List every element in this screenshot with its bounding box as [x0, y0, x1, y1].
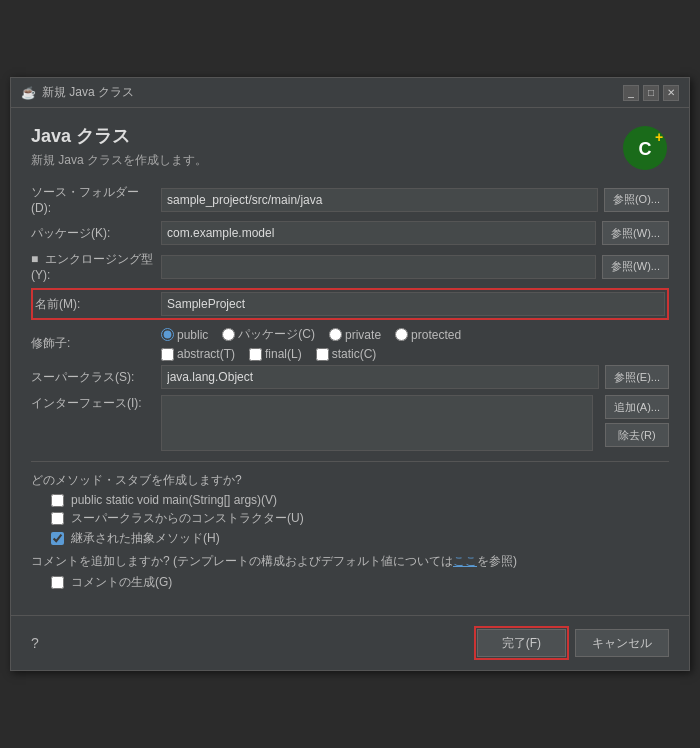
section-divider-1	[31, 461, 669, 462]
modifier-static-label: static(C)	[332, 347, 377, 361]
svg-text:+: +	[655, 129, 663, 145]
svg-text:C: C	[639, 139, 652, 159]
enclosing-browse-button[interactable]: 参照(W)...	[602, 255, 669, 279]
package-input[interactable]	[161, 221, 596, 245]
modifier-abstract[interactable]: abstract(T)	[161, 347, 235, 361]
modifier-protected[interactable]: protected	[395, 328, 461, 342]
enclosing-type-text: エンクロージング型(Y):	[31, 252, 153, 282]
comment-options: コメントの生成(G)	[51, 574, 669, 591]
modifier-public[interactable]: public	[161, 328, 208, 342]
enclosing-type-label: ■ エンクロージング型(Y):	[31, 251, 161, 282]
window-title: 新規 Java クラス	[42, 84, 134, 101]
enclosing-type-row: ■ エンクロージング型(Y): 参照(W)...	[31, 251, 669, 282]
close-button[interactable]: ✕	[663, 85, 679, 101]
modifier-package-label: パッケージ(C)	[238, 326, 315, 343]
superclass-input[interactable]	[161, 365, 599, 389]
name-label: 名前(M):	[35, 296, 161, 313]
finish-button-wrapper: 完了(F)	[474, 626, 569, 660]
method-constructor-option: スーパークラスからのコンストラクター(U)	[51, 510, 669, 527]
source-folder-label: ソース・フォルダー(D):	[31, 184, 161, 215]
modifier-static[interactable]: static(C)	[316, 347, 377, 361]
comment-generate-checkbox[interactable]	[51, 576, 64, 589]
modifier-private-label: private	[345, 328, 381, 342]
interface-row: インターフェース(I): 追加(A)... 除去(R)	[31, 395, 669, 451]
cpp-logo: C +	[621, 124, 669, 172]
header-subtitle: 新規 Java クラスを作成します。	[31, 152, 207, 169]
minimize-button[interactable]: ⎯	[623, 85, 639, 101]
method-main-label: public static void main(String[] args)(V…	[71, 493, 277, 507]
name-row-highlighted: 名前(M):	[31, 288, 669, 320]
package-browse-button[interactable]: 参照(W)...	[602, 221, 669, 245]
modifier-final-label: final(L)	[265, 347, 302, 361]
header-text: Java クラス 新規 Java クラスを作成します。	[31, 124, 207, 169]
method-abstract-option: 継承された抽象メソッド(H)	[51, 530, 669, 547]
modifier-options: public パッケージ(C) private protected abstra…	[161, 326, 461, 361]
modifier-public-label: public	[177, 328, 208, 342]
modifier-row: 修飾子: public パッケージ(C) private protected	[31, 326, 669, 361]
modifier-package[interactable]: パッケージ(C)	[222, 326, 315, 343]
source-folder-input[interactable]	[161, 188, 598, 212]
comment-link[interactable]: ここ	[453, 554, 477, 568]
superclass-row: スーパークラス(S): 参照(E)...	[31, 365, 669, 389]
modifier-private[interactable]: private	[329, 328, 381, 342]
maximize-button[interactable]: □	[643, 85, 659, 101]
method-constructor-label: スーパークラスからのコンストラクター(U)	[71, 510, 304, 527]
comment-section: コメントを追加しますか? (テンプレートの構成およびデフォルト値についてはここを…	[31, 553, 669, 591]
dialog-footer: ? 完了(F) キャンセル	[11, 615, 689, 670]
help-button[interactable]: ?	[31, 635, 39, 651]
method-main-option: public static void main(String[] args)(V…	[51, 493, 669, 507]
enclosing-type-input[interactable]	[161, 255, 596, 279]
modifier-radio-group: public パッケージ(C) private protected	[161, 326, 461, 343]
comment-title: コメントを追加しますか? (テンプレートの構成およびデフォルト値についてはここを…	[31, 553, 669, 570]
package-row: パッケージ(K): 参照(W)...	[31, 221, 669, 245]
comment-title-prefix: コメントを追加しますか? (テンプレートの構成およびデフォルト値については	[31, 554, 453, 568]
title-bar-controls: ⎯ □ ✕	[623, 85, 679, 101]
method-abstract-label: 継承された抽象メソッド(H)	[71, 530, 220, 547]
window-icon: ☕	[21, 86, 36, 100]
enclosing-checkbox[interactable]: ■	[31, 252, 38, 266]
interface-label: インターフェース(I):	[31, 395, 161, 412]
source-folder-row: ソース・フォルダー(D): 参照(O)...	[31, 184, 669, 215]
package-label: パッケージ(K):	[31, 225, 161, 242]
header-section: Java クラス 新規 Java クラスを作成します。 C +	[31, 124, 669, 172]
source-browse-button[interactable]: 参照(O)...	[604, 188, 669, 212]
method-main-checkbox[interactable]	[51, 494, 64, 507]
method-options: public static void main(String[] args)(V…	[51, 493, 669, 547]
dialog-content: Java クラス 新規 Java クラスを作成します。 C + ソース・フォルダ…	[11, 108, 689, 607]
modifier-label: 修飾子:	[31, 335, 161, 352]
modifier-abstract-label: abstract(T)	[177, 347, 235, 361]
name-input[interactable]	[161, 292, 665, 316]
main-window: ☕ 新規 Java クラス ⎯ □ ✕ Java クラス 新規 Java クラス…	[10, 77, 690, 671]
cancel-button[interactable]: キャンセル	[575, 629, 669, 657]
finish-button[interactable]: 完了(F)	[477, 629, 566, 657]
superclass-browse-button[interactable]: 参照(E)...	[605, 365, 669, 389]
method-stubs-title: どのメソッド・スタブを作成しますか?	[31, 472, 669, 489]
method-constructor-checkbox[interactable]	[51, 512, 64, 525]
interface-textarea[interactable]	[161, 395, 593, 451]
footer-buttons: 完了(F) キャンセル	[474, 626, 669, 660]
interface-remove-button[interactable]: 除去(R)	[605, 423, 669, 447]
modifier-protected-label: protected	[411, 328, 461, 342]
comment-generate-option: コメントの生成(G)	[51, 574, 669, 591]
interface-add-button[interactable]: 追加(A)...	[605, 395, 669, 419]
comment-title-suffix: を参照)	[477, 554, 517, 568]
header-title: Java クラス	[31, 124, 207, 148]
method-stubs-section: どのメソッド・スタブを作成しますか? public static void ma…	[31, 472, 669, 547]
title-bar-left: ☕ 新規 Java クラス	[21, 84, 134, 101]
comment-generate-label: コメントの生成(G)	[71, 574, 172, 591]
interface-buttons: 追加(A)... 除去(R)	[599, 395, 669, 447]
superclass-label: スーパークラス(S):	[31, 369, 161, 386]
modifier-check-group: abstract(T) final(L) static(C)	[161, 347, 461, 361]
title-bar: ☕ 新規 Java クラス ⎯ □ ✕	[11, 78, 689, 108]
modifier-final[interactable]: final(L)	[249, 347, 302, 361]
method-abstract-checkbox[interactable]	[51, 532, 64, 545]
